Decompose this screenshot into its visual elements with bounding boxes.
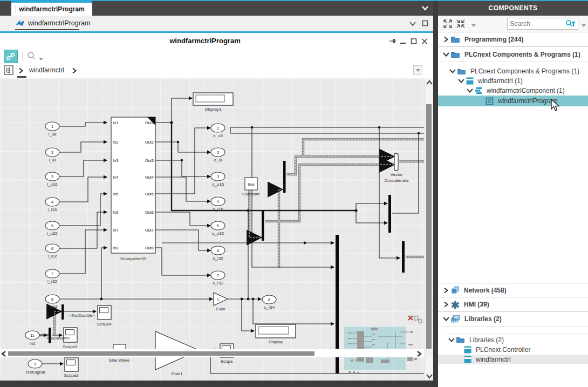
svg-text:o_u16: o_u16 xyxy=(212,182,224,187)
svg-text:Scope4: Scope4 xyxy=(97,322,112,327)
svg-text:Out1: Out1 xyxy=(145,120,154,125)
svg-text:o_u32: o_u32 xyxy=(212,231,224,236)
horizontal-scrollbar[interactable] xyxy=(0,349,424,357)
scope4-block[interactable]: Scope4 xyxy=(97,305,112,327)
search-input[interactable] xyxy=(508,20,565,28)
search-box[interactable] xyxy=(507,18,578,30)
svg-text:In1: In1 xyxy=(29,341,36,346)
search-filter-icon[interactable] xyxy=(565,19,576,29)
section-network[interactable]: Network (458) xyxy=(438,283,588,297)
svg-text:Out3: Out3 xyxy=(145,158,154,163)
svg-text:Gain: Gain xyxy=(216,307,225,311)
maximize-icon[interactable] xyxy=(422,20,428,26)
chevron-right-icon[interactable] xyxy=(72,67,77,74)
collapse-all-icon[interactable] xyxy=(456,19,466,29)
chevron-right-icon[interactable] xyxy=(442,301,451,308)
section-hmi[interactable]: HMI (39) xyxy=(438,297,588,312)
model-browser-icon[interactable] xyxy=(4,65,14,76)
tab-windfarmctrlprogram[interactable]: windfarmctrlProgram xyxy=(11,1,92,16)
diagram-canvas[interactable]: 1i_u8 2i_i8 3i_u16 4i_i16 5i_u32 6i_i32 … xyxy=(0,78,424,381)
svg-text:In5: In5 xyxy=(113,192,118,196)
folder-icon xyxy=(451,36,460,43)
chevron-right-icon[interactable] xyxy=(442,36,451,43)
search-caret-icon[interactable] xyxy=(39,58,43,60)
section-programming[interactable]: Programming (244) xyxy=(438,32,588,47)
outport-blocks[interactable]: 1o_u8 2o_i8 3o_u16 4o_i16 5o_u32 6o_i32 … xyxy=(211,124,276,310)
scroll-up-icon[interactable] xyxy=(426,80,433,85)
svg-text:Scope: Scope xyxy=(221,359,233,364)
constant-block[interactable]: true Constant xyxy=(242,178,260,196)
minimap-close-button[interactable] xyxy=(408,316,422,323)
model-window: windfarmctrlProgram xyxy=(0,33,433,381)
scroll-right-icon[interactable] xyxy=(416,351,422,357)
horizontal-scroll-thumb[interactable] xyxy=(8,351,314,356)
chevron-down-icon[interactable] xyxy=(449,68,457,74)
tab-overflow-chevron-down-icon[interactable] xyxy=(420,4,430,12)
scope3-block[interactable]: Scope3 xyxy=(64,358,79,378)
document-title: windfarmctrlProgram xyxy=(28,19,90,27)
svg-text:i_u32: i_u32 xyxy=(47,231,58,236)
document-header-bar: windfarmctrlProgram xyxy=(0,16,433,31)
display1-block[interactable]: Display1 xyxy=(193,93,233,112)
search-icon[interactable] xyxy=(27,51,36,60)
svg-text:Out8: Out8 xyxy=(145,246,154,250)
export-model-button[interactable] xyxy=(4,50,18,63)
tree-separator xyxy=(445,334,588,334)
expand-all-icon[interactable] xyxy=(443,19,453,29)
testsignal-port-block[interactable]: 9 TestSignal xyxy=(25,359,45,375)
components-panel-title[interactable]: COMPONENTS xyxy=(438,1,588,16)
inport-blocks[interactable]: 1i_u8 2i_i8 3i_u16 4i_i16 5i_u32 6i_i32 … xyxy=(45,122,59,309)
svg-text:In3: In3 xyxy=(113,158,118,163)
libraries-icon xyxy=(451,315,460,323)
vertical-scrollbar[interactable] xyxy=(424,78,433,381)
svg-text:o_r64: o_r64 xyxy=(264,305,275,310)
svg-text:8: 8 xyxy=(51,297,53,301)
chevron-right-icon[interactable] xyxy=(442,287,451,294)
library-book-icon xyxy=(464,356,471,363)
chevron-down-icon[interactable] xyxy=(466,87,475,94)
chevron-down-icon[interactable] xyxy=(442,316,451,322)
breadcrumb-item[interactable]: windfarmctrl xyxy=(29,66,64,74)
subsystem-block[interactable]: In1 In2 In3 In4 In5 In6 In7 In8 Out1 Out… xyxy=(111,117,155,261)
vertical-scroll-thumb[interactable] xyxy=(426,104,432,352)
close-icon[interactable] xyxy=(421,37,428,45)
toolbar-caret2-icon[interactable] xyxy=(582,24,586,27)
model-window-titlebar[interactable]: windfarmctrlProgram xyxy=(0,33,433,49)
scroll-left-icon[interactable] xyxy=(1,351,6,357)
svg-text:In6: In6 xyxy=(113,210,118,215)
network-icon xyxy=(451,286,460,294)
editor-area: windfarmctrlProgram windfarmctrlProgram xyxy=(0,1,433,386)
maximize-icon[interactable] xyxy=(411,37,417,45)
minimize-icon[interactable] xyxy=(400,37,406,45)
svg-text:2: 2 xyxy=(51,151,53,154)
svg-text:Vector: Vector xyxy=(391,172,403,177)
svg-text:i_u16: i_u16 xyxy=(47,182,58,187)
minimap-overview[interactable] xyxy=(344,316,422,373)
chevron-down-icon[interactable] xyxy=(457,78,466,84)
svg-text:Out4: Out4 xyxy=(145,175,154,180)
svg-text:1: 1 xyxy=(217,297,219,301)
tree-node-program-selected[interactable]: windfarmctrlProgram xyxy=(438,96,588,106)
block-diagram[interactable]: 1i_u8 2i_i8 3i_u16 4i_i16 5i_u32 6i_i32 … xyxy=(0,78,424,381)
tree-node-windfarmctrl[interactable]: windfarmctrl (1) xyxy=(438,76,588,86)
in1-port-block[interactable]: 11 In1 xyxy=(25,331,39,346)
pin-icon[interactable] xyxy=(389,37,396,45)
chevron-down-icon[interactable] xyxy=(409,21,416,27)
tree-node-windfarmctrl-lib[interactable]: windfarmctrl xyxy=(438,355,588,364)
scroll-down-icon[interactable] xyxy=(426,374,433,379)
svg-text:4: 4 xyxy=(217,200,219,203)
section-libraries[interactable]: Libraries (2) xyxy=(438,312,588,327)
tree-node-plcnext[interactable]: PLCnext Components & Programs (1) xyxy=(438,66,588,76)
gain-block[interactable]: 1 Gain xyxy=(214,293,228,311)
display-block[interactable]: Display xyxy=(256,324,296,344)
svg-text:3: 3 xyxy=(51,175,53,179)
toolbar-caret-icon[interactable] xyxy=(471,24,476,27)
tree-node-plcnext-controller[interactable]: PLCnext Controller xyxy=(438,345,588,355)
chevron-down-icon[interactable] xyxy=(442,51,451,58)
svg-text:2: 2 xyxy=(217,151,219,154)
section-plcnext[interactable]: PLCnext Components & Programs (1) xyxy=(438,47,588,62)
tree-node-libraries[interactable]: Libraries (2) xyxy=(438,335,588,345)
tree-node-component[interactable]: windfarmctrlComponent (1) xyxy=(438,86,588,96)
chevron-down-icon[interactable] xyxy=(448,337,456,343)
breadcrumb-dropdown-button[interactable] xyxy=(413,65,422,75)
